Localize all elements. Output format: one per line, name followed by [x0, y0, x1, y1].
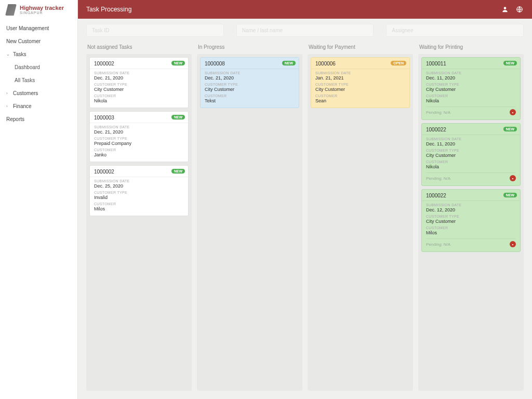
task-id: 1000011 [426, 61, 516, 66]
brand-logo: Highway tracker SINGAPUR [0, 0, 77, 20]
nav-customers[interactable]: ›Customers [0, 87, 77, 100]
action-button[interactable]: • [510, 109, 516, 115]
column-title: Not assigned Tasks [86, 42, 192, 54]
kanban-board: Not assigned Tasks NEW 1000002 SUBMISSIO… [78, 42, 532, 399]
status-badge: NEW [282, 61, 296, 65]
task-card[interactable]: NEW 1000008 SUBMISSION DATE Dec. 21, 202… [200, 57, 299, 108]
nav-new-customer[interactable]: New Customer [0, 35, 77, 48]
task-id: 1000022 [426, 127, 516, 132]
task-id: 1000008 [205, 61, 295, 66]
value-customer-type: City Customer [94, 87, 184, 92]
status-badge: NEW [171, 115, 185, 119]
task-card[interactable]: NEW 1000002 SUBMISSION DATE Dec. 21, 202… [89, 57, 189, 108]
pending-label: Pending: N/A [426, 176, 450, 181]
task-id: 1000002 [94, 61, 184, 66]
status-badge: NEW [503, 61, 517, 65]
logo-text: Highway tracker SINGAPUR [20, 5, 64, 15]
label-customer: CUSTOMER [94, 94, 184, 98]
filter-assignee[interactable]: Assignee [386, 24, 524, 37]
chevron-right-icon: › [6, 104, 10, 109]
logo-icon [5, 4, 17, 16]
nav-reports[interactable]: Reports [0, 113, 77, 126]
filter-bar: Task ID Name / last name Assignee [78, 19, 532, 42]
column-title: Waiting for Printing [418, 42, 524, 54]
column-body: NEW 1000011 SUBMISSION DATE Dec. 11, 202… [418, 54, 524, 391]
brand-title: Highway tracker [20, 5, 64, 11]
card-footer: Pending: N/A • [426, 172, 516, 181]
column-body: NEW 1000002 SUBMISSION DATE Dec. 21, 202… [86, 54, 192, 391]
sidebar-nav: User Management New Customer ⌄Tasks Dash… [0, 20, 77, 128]
task-card[interactable]: NEW 1000022 SUBMISSION DATE Dec. 11, 202… [421, 123, 521, 186]
nav-user-management[interactable]: User Management [0, 22, 77, 35]
status-badge: NEW [503, 193, 517, 197]
page-title: Task Processing [86, 6, 131, 13]
nav-all-tasks[interactable]: All Tasks [0, 74, 77, 87]
column-title: Waiting for Payment [308, 42, 413, 54]
app-root: Highway tracker SINGAPUR User Management… [0, 0, 532, 399]
task-card[interactable]: NEW 1000002 SUBMISSION DATE Dec. 25, 202… [89, 165, 189, 216]
label-submission-date: SUBMISSION DATE [94, 71, 184, 75]
status-badge: NEW [171, 61, 185, 65]
task-id: 1000002 [94, 169, 184, 175]
column-waiting-payment: Waiting for Payment OPEN 1000006 SUBMISS… [308, 42, 413, 391]
card-footer: Pending: N/A • [426, 238, 516, 247]
brand-subtitle: SINGAPUR [20, 11, 64, 15]
topbar: Task Processing [78, 0, 532, 19]
label-customer-type: CUSTOMER TYPE [94, 83, 184, 86]
task-card[interactable]: NEW 1000003 SUBMISSION DATE Dec. 21, 202… [89, 111, 189, 162]
action-button[interactable]: • [510, 241, 516, 247]
filter-task-id[interactable]: Task ID [86, 24, 224, 37]
nav-finance[interactable]: ›Finance [0, 100, 77, 113]
chevron-down-icon: ⌄ [6, 52, 10, 57]
status-badge: NEW [503, 127, 517, 131]
globe-icon[interactable] [515, 5, 524, 14]
column-not-assigned: Not assigned Tasks NEW 1000002 SUBMISSIO… [86, 42, 192, 391]
column-body: NEW 1000008 SUBMISSION DATE Dec. 21, 202… [197, 54, 302, 391]
pending-label: Pending: N/A [426, 110, 450, 115]
value-customer: Nikola [94, 98, 184, 103]
filter-name[interactable]: Name / last name [236, 24, 374, 37]
status-badge: OPEN [391, 61, 406, 65]
task-id: 1000003 [94, 115, 184, 121]
sidebar: Highway tracker SINGAPUR User Management… [0, 0, 78, 399]
chevron-right-icon: › [6, 91, 10, 96]
main-content: Task Processing Task ID Name / last name… [78, 0, 532, 399]
task-card[interactable]: OPEN 1000006 SUBMISSION DATE Jan. 21, 20… [311, 57, 410, 108]
status-badge: NEW [171, 169, 185, 174]
column-waiting-printing: Waiting for Printing NEW 1000011 SUBMISS… [418, 42, 524, 391]
column-title: In Progress [197, 42, 302, 54]
value-submission-date: Dec. 21, 2020 [94, 75, 184, 81]
task-id: 1000022 [426, 193, 516, 198]
svg-point-0 [504, 7, 507, 9]
nav-dashboard[interactable]: Dashboard [0, 61, 77, 74]
action-button[interactable]: • [510, 175, 516, 181]
column-in-progress: In Progress NEW 1000008 SUBMISSION DATE … [197, 42, 302, 391]
task-card[interactable]: NEW 1000022 SUBMISSION DATE Dec. 12, 202… [421, 189, 521, 252]
pending-label: Pending: N/A [426, 242, 450, 247]
topbar-actions [501, 5, 524, 14]
nav-tasks[interactable]: ⌄Tasks [0, 48, 77, 61]
column-body: OPEN 1000006 SUBMISSION DATE Jan. 21, 20… [308, 54, 413, 391]
task-card[interactable]: NEW 1000011 SUBMISSION DATE Dec. 11, 202… [421, 57, 521, 120]
card-footer: Pending: N/A • [426, 107, 516, 115]
user-icon[interactable] [501, 5, 509, 14]
